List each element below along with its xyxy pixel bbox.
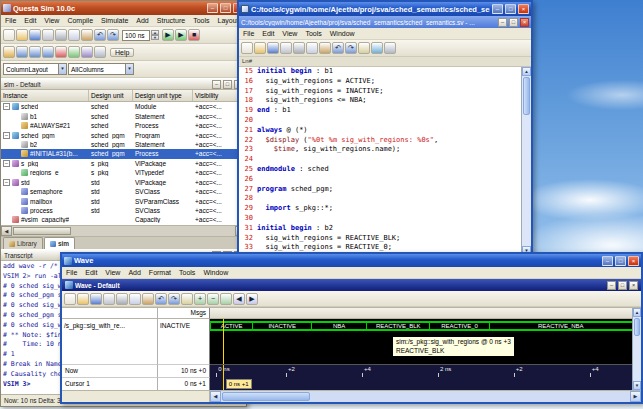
- step-out-icon[interactable]: [42, 46, 54, 58]
- redo-icon[interactable]: ↷: [345, 42, 357, 54]
- print-icon[interactable]: [103, 293, 115, 305]
- find-icon[interactable]: [358, 42, 370, 54]
- find-icon[interactable]: [181, 293, 193, 305]
- tree-row[interactable]: mailboxstdSVParamClass+acc=<...: [1, 196, 246, 205]
- wave-pane-header[interactable]: Wave - Default – □ ×: [62, 279, 641, 291]
- scroll-left-icon[interactable]: ◀: [1, 226, 12, 236]
- compile-icon[interactable]: [94, 46, 106, 58]
- paste-icon[interactable]: [319, 42, 331, 54]
- menu-item-edit[interactable]: Edit: [81, 269, 101, 276]
- line-number[interactable]: 29: [239, 204, 257, 214]
- bookmark-icon[interactable]: [371, 42, 383, 54]
- line-number[interactable]: 17: [239, 87, 257, 97]
- break-icon[interactable]: ■: [188, 29, 200, 41]
- line-number[interactable]: 15: [239, 67, 257, 77]
- sim-pane-header[interactable]: sim - Default – □ ×: [1, 78, 246, 90]
- menu-item-tools[interactable]: Tools: [189, 17, 213, 24]
- tree-row[interactable]: regions_es_pkgVlTypedef+acc=<...: [1, 168, 246, 177]
- continue-run-icon[interactable]: [68, 46, 80, 58]
- menu-item-file[interactable]: File: [1, 17, 20, 24]
- pane-minimize-icon[interactable]: –: [212, 80, 221, 89]
- editor-pane-header[interactable]: C:/tools/cygwin/home/Ajeetha/proj/sva/sc…: [239, 16, 531, 28]
- tab-library[interactable]: Library: [3, 237, 43, 249]
- menu-item-edit[interactable]: Edit: [258, 30, 278, 37]
- simulate-icon[interactable]: [81, 46, 93, 58]
- print-icon[interactable]: [42, 29, 54, 41]
- menu-item-view[interactable]: View: [40, 17, 63, 24]
- line-number[interactable]: 22: [239, 136, 257, 146]
- menu-item-add[interactable]: Add: [132, 17, 152, 24]
- line-number[interactable]: 19: [239, 106, 257, 116]
- cut-icon[interactable]: [116, 293, 128, 305]
- restore-button[interactable]: □: [505, 4, 516, 14]
- line-number[interactable]: 26: [239, 175, 257, 185]
- collapse-icon[interactable]: −: [3, 179, 10, 186]
- tree-row[interactable]: #INITIAL#31(b...sched_pgmProcess+acc=<..…: [1, 149, 246, 158]
- wave-cursor[interactable]: [223, 319, 224, 333]
- column-header-design-unit-type[interactable]: Design unit type: [133, 90, 193, 101]
- menu-item-window[interactable]: Window: [326, 30, 359, 37]
- signal-name[interactable]: /s_pkg::sig_with_re...: [62, 319, 158, 333]
- wave-track[interactable]: ACTIVEINACTIVENBAREACTIVE_BLKREACTIVE_0R…: [210, 319, 632, 333]
- menu-item-view[interactable]: View: [101, 269, 124, 276]
- tree-row[interactable]: b2sched_pgmStatement+acc=<...: [1, 140, 246, 149]
- line-number[interactable]: 18: [239, 96, 257, 106]
- allcolumns-combo[interactable]: AllColumns ▼: [68, 63, 134, 75]
- open-folder-icon[interactable]: [254, 42, 266, 54]
- undo-icon[interactable]: ↶: [155, 293, 167, 305]
- step-over-icon[interactable]: [29, 46, 41, 58]
- stop-icon[interactable]: [55, 46, 67, 58]
- undo-icon[interactable]: ↶: [94, 29, 106, 41]
- tree-row[interactable]: −s_pkgs_pkgVlPackage+acc=<...: [1, 159, 246, 168]
- main-titlebar[interactable]: Questa Sim 10.0c – □ ×: [1, 1, 246, 15]
- spin-down-icon[interactable]: ▼: [151, 35, 159, 40]
- scroll-up-icon[interactable]: ▲: [522, 67, 531, 76]
- zoom-full-icon[interactable]: [220, 293, 232, 305]
- tree-row[interactable]: −stdstdVlPackage+acc=<...: [1, 178, 246, 187]
- paste-icon[interactable]: [81, 29, 93, 41]
- restore-button[interactable]: □: [220, 3, 231, 13]
- pane-undock-icon[interactable]: □: [509, 18, 518, 27]
- pane-undock-icon[interactable]: □: [618, 281, 627, 290]
- tree-row[interactable]: processstdSVClass+acc=<...: [1, 206, 246, 215]
- new-file-icon[interactable]: [241, 42, 253, 54]
- new-file-icon[interactable]: [64, 293, 76, 305]
- save-icon[interactable]: [267, 42, 279, 54]
- column-header-design-unit[interactable]: Design unit: [89, 90, 133, 101]
- cursor-time-flag[interactable]: 0 ns +1: [226, 379, 252, 389]
- collapse-icon[interactable]: −: [3, 132, 10, 139]
- cursor-label[interactable]: Cursor 1: [62, 377, 158, 390]
- menu-item-file[interactable]: File: [239, 30, 258, 37]
- copy-icon[interactable]: [306, 42, 318, 54]
- wave-timeline[interactable]: 0 ns+2+42 ns+2+4: [210, 364, 632, 377]
- menu-item-compile[interactable]: Compile: [63, 17, 97, 24]
- redo-icon[interactable]: ↷: [168, 293, 180, 305]
- restart-icon[interactable]: [3, 46, 15, 58]
- tab-sim[interactable]: sim: [44, 237, 75, 249]
- scroll-thumb[interactable]: [634, 318, 640, 336]
- scroll-down-icon[interactable]: ▼: [633, 381, 641, 390]
- find-next-edge-icon[interactable]: ▶: [246, 293, 258, 305]
- editor-titlebar[interactable]: C:/tools/cygwin/home/Ajeetha/proj/sva/sc…: [239, 2, 531, 16]
- pane-undock-icon[interactable]: □: [223, 80, 232, 89]
- open-folder-icon[interactable]: [16, 29, 28, 41]
- minimize-button[interactable]: –: [207, 3, 218, 13]
- wave-cursor[interactable]: [223, 365, 224, 377]
- run-icon[interactable]: ▶: [162, 29, 174, 41]
- line-number[interactable]: 32: [239, 234, 257, 244]
- minimize-button[interactable]: –: [602, 256, 613, 266]
- scroll-right-icon[interactable]: ▶: [630, 391, 641, 402]
- line-number[interactable]: 25: [239, 165, 257, 175]
- step-icon[interactable]: [16, 46, 28, 58]
- save-icon[interactable]: [90, 293, 102, 305]
- tree-row[interactable]: b1schedStatement+acc=<...: [1, 111, 246, 120]
- print-icon[interactable]: [280, 42, 292, 54]
- menu-item-simulate[interactable]: Simulate: [97, 17, 132, 24]
- collapse-icon[interactable]: −: [3, 103, 10, 110]
- line-number[interactable]: 20: [239, 116, 257, 126]
- undo-icon[interactable]: ↶: [332, 42, 344, 54]
- tree-row[interactable]: −schedschedModule+acc=<...: [1, 102, 246, 111]
- run-length-field[interactable]: 100 ns: [122, 30, 150, 41]
- find-previous-edge-icon[interactable]: ◀: [233, 293, 245, 305]
- pane-minimize-icon[interactable]: –: [607, 281, 616, 290]
